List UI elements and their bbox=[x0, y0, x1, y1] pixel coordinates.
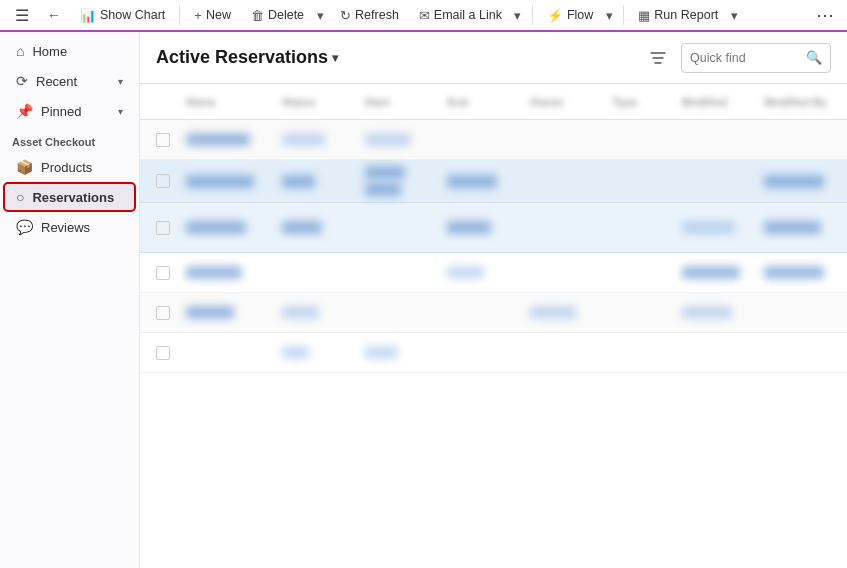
table-row[interactable] bbox=[140, 293, 847, 333]
delete-label: Delete bbox=[268, 8, 304, 22]
sidebar-item-products-label: Products bbox=[41, 160, 92, 175]
separator-2 bbox=[532, 5, 533, 25]
sidebar-item-reservations-label: Reservations bbox=[32, 190, 114, 205]
sidebar-item-home[interactable]: ⌂ Home bbox=[4, 37, 135, 65]
email-link-button[interactable]: ✉ Email a Link bbox=[411, 2, 510, 28]
flow-icon: ⚡ bbox=[547, 8, 563, 23]
recent-icon: ⟳ bbox=[16, 73, 28, 89]
chevron-down-icon-pinned: ▾ bbox=[118, 106, 123, 117]
view-title-chevron[interactable]: ▾ bbox=[332, 51, 338, 65]
run-report-button[interactable]: ▦ Run Report bbox=[630, 2, 726, 28]
reservations-icon: ○ bbox=[16, 189, 24, 205]
delete-dropdown: 🗑 Delete ▾ bbox=[243, 2, 328, 28]
delete-button[interactable]: 🗑 Delete bbox=[243, 2, 312, 28]
delete-icon: 🗑 bbox=[251, 8, 264, 23]
row-checkbox[interactable] bbox=[156, 266, 170, 280]
content-toolbar: Active Reservations ▾ 🔍 bbox=[140, 32, 847, 84]
row-checkbox[interactable] bbox=[156, 306, 170, 320]
sidebar-item-products[interactable]: 📦 Products bbox=[4, 153, 135, 181]
flow-dropdown: ⚡ Flow ▾ bbox=[539, 2, 617, 28]
sidebar-item-pinned-label: Pinned bbox=[41, 104, 81, 119]
filter-button[interactable] bbox=[643, 43, 673, 73]
table-row[interactable] bbox=[140, 203, 847, 253]
new-dropdown: + New bbox=[186, 2, 239, 28]
sidebar-item-recent-label: Recent bbox=[36, 74, 77, 89]
reviews-icon: 💬 bbox=[16, 219, 33, 235]
table-row[interactable] bbox=[140, 253, 847, 293]
quick-find-container: 🔍 bbox=[681, 43, 831, 73]
sidebar-item-reservations[interactable]: ○ Reservations bbox=[4, 183, 135, 211]
more-options-button[interactable]: ⋯ bbox=[811, 1, 839, 29]
home-icon: ⌂ bbox=[16, 43, 24, 59]
flow-button[interactable]: ⚡ Flow bbox=[539, 2, 601, 28]
sidebar-item-home-label: Home bbox=[32, 44, 67, 59]
chart-icon: 📊 bbox=[80, 8, 96, 23]
top-bar: ☰ ← 📊 Show Chart + New 🗑 Delete ▾ ↻ Refr… bbox=[0, 0, 847, 32]
main-content: ⌂ Home ⟳ Recent ▾ 📌 Pinned ▾ Asset Check… bbox=[0, 32, 847, 568]
refresh-button[interactable]: ↻ Refresh bbox=[332, 2, 407, 28]
email-link-dropdown: ✉ Email a Link ▾ bbox=[411, 2, 526, 28]
show-chart-button[interactable]: 📊 Show Chart bbox=[72, 2, 173, 28]
run-report-label: Run Report bbox=[654, 8, 718, 22]
hamburger-button[interactable]: ☰ bbox=[8, 1, 36, 29]
sidebar-section-label: Asset Checkout bbox=[0, 126, 139, 152]
flow-label: Flow bbox=[567, 8, 593, 22]
new-icon: + bbox=[194, 8, 202, 23]
table-row[interactable] bbox=[140, 160, 847, 203]
grid-area: Name Status Start End Owner Type Modifie… bbox=[140, 84, 847, 568]
email-icon: ✉ bbox=[419, 8, 430, 23]
row-checkbox[interactable] bbox=[156, 174, 170, 188]
content-area: Active Reservations ▾ 🔍 Name S bbox=[140, 32, 847, 568]
products-icon: 📦 bbox=[16, 159, 33, 175]
flow-dropdown-arrow[interactable]: ▾ bbox=[601, 2, 617, 28]
view-title: Active Reservations ▾ bbox=[156, 47, 635, 68]
delete-dropdown-arrow[interactable]: ▾ bbox=[312, 2, 328, 28]
row-checkbox[interactable] bbox=[156, 346, 170, 360]
row-checkbox[interactable] bbox=[156, 221, 170, 235]
email-link-dropdown-arrow[interactable]: ▾ bbox=[510, 2, 526, 28]
separator-3 bbox=[623, 5, 624, 25]
quick-find-input[interactable] bbox=[690, 51, 802, 65]
row-checkbox[interactable] bbox=[156, 133, 170, 147]
back-button[interactable]: ← bbox=[40, 1, 68, 29]
new-button[interactable]: + New bbox=[186, 2, 239, 28]
sidebar-item-reviews[interactable]: 💬 Reviews bbox=[4, 213, 135, 241]
refresh-icon: ↻ bbox=[340, 8, 351, 23]
run-report-dropdown-arrow[interactable]: ▾ bbox=[726, 2, 742, 28]
sidebar: ⌂ Home ⟳ Recent ▾ 📌 Pinned ▾ Asset Check… bbox=[0, 32, 140, 568]
separator-1 bbox=[179, 5, 180, 25]
sidebar-item-pinned[interactable]: 📌 Pinned ▾ bbox=[4, 97, 135, 125]
run-report-dropdown: ▦ Run Report ▾ bbox=[630, 2, 742, 28]
search-icon: 🔍 bbox=[806, 50, 822, 65]
new-label: New bbox=[206, 8, 231, 22]
email-link-label: Email a Link bbox=[434, 8, 502, 22]
sidebar-item-reviews-label: Reviews bbox=[41, 220, 90, 235]
run-report-icon: ▦ bbox=[638, 8, 650, 23]
sidebar-item-recent[interactable]: ⟳ Recent ▾ bbox=[4, 67, 135, 95]
filter-icon bbox=[650, 50, 666, 66]
table-row[interactable] bbox=[140, 120, 847, 160]
refresh-label: Refresh bbox=[355, 8, 399, 22]
table-row[interactable] bbox=[140, 333, 847, 373]
view-title-text: Active Reservations bbox=[156, 47, 328, 68]
show-chart-label: Show Chart bbox=[100, 8, 165, 22]
chevron-down-icon: ▾ bbox=[118, 76, 123, 87]
pin-icon: 📌 bbox=[16, 103, 33, 119]
